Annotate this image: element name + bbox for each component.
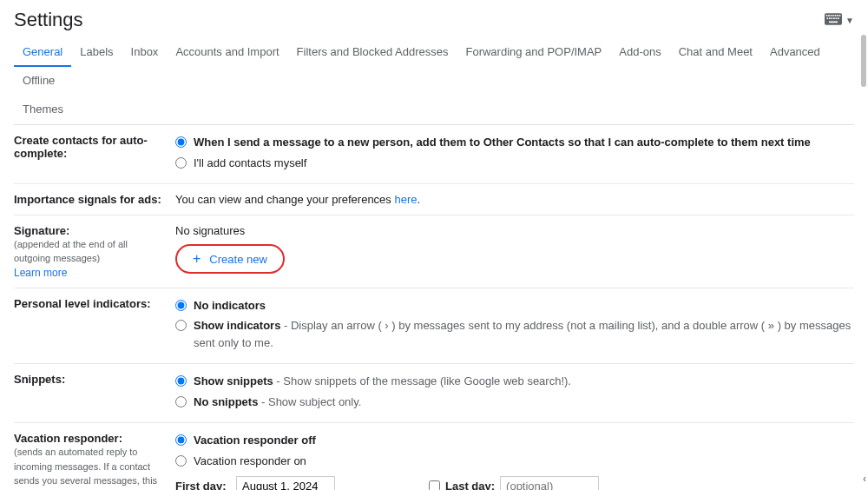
contacts-title: Create contacts for auto-complete: <box>14 134 148 160</box>
indicators-show-radio[interactable] <box>175 320 187 331</box>
signature-title: Signature: <box>14 224 69 237</box>
indicators-none-label: No indicators <box>194 297 266 315</box>
vacation-title: Vacation responder: <box>14 432 122 445</box>
tab-themes[interactable]: Themes <box>14 94 854 124</box>
ads-dot: . <box>418 193 421 206</box>
snippets-none-label: No snippets - Show subject only. <box>194 394 361 411</box>
snippets-show-label: Show snippets - Show snippets of the mes… <box>194 373 571 390</box>
tab-general[interactable]: General <box>14 38 71 67</box>
lastday-input[interactable] <box>500 476 599 490</box>
svg-rect-12 <box>836 17 838 19</box>
signature-status: No signatures <box>175 224 854 237</box>
ads-title: Importance signals for ads: <box>14 193 161 206</box>
snippets-none-radio[interactable] <box>175 396 187 407</box>
tab-labels[interactable]: Labels <box>71 38 122 67</box>
contacts-manual-label: I'll add contacts myself <box>194 155 306 172</box>
firstday-input[interactable] <box>236 476 335 490</box>
contacts-auto-label: When I send a message to a new person, a… <box>194 134 811 151</box>
lastday-checkbox[interactable] <box>429 480 440 490</box>
keyboard-icon <box>825 13 842 28</box>
create-signature-label: Create new <box>209 253 266 266</box>
svg-rect-6 <box>837 15 838 17</box>
svg-rect-8 <box>827 17 829 19</box>
indicators-show-label: Show indicators - Display an arrow ( › )… <box>194 317 854 351</box>
settings-tabs: General Labels Inbox Accounts and Import… <box>14 38 854 125</box>
ads-here-link[interactable]: here <box>394 193 417 206</box>
vacation-off-radio[interactable] <box>175 434 187 446</box>
page-title: Settings <box>14 9 83 31</box>
snippets-title: Snippets: <box>14 373 65 386</box>
tab-advanced[interactable]: Advanced <box>761 38 829 67</box>
scrollbar-thumb[interactable] <box>861 35 866 87</box>
vacation-sub: (sends an automated reply to incoming me… <box>14 447 166 490</box>
svg-rect-7 <box>839 15 841 17</box>
tab-inbox[interactable]: Inbox <box>122 38 168 67</box>
lastday-label: Last day: <box>445 480 495 490</box>
input-tools-menu[interactable]: ▼ <box>825 13 854 28</box>
signature-learn-link[interactable]: Learn more <box>14 267 67 279</box>
svg-rect-10 <box>832 17 833 19</box>
svg-rect-1 <box>826 15 828 17</box>
svg-rect-4 <box>832 15 834 17</box>
contacts-auto-radio[interactable] <box>175 136 187 148</box>
tab-offline[interactable]: Offline <box>14 67 63 94</box>
indicators-title: Personal level indicators: <box>14 297 151 310</box>
svg-rect-9 <box>829 17 831 19</box>
contacts-manual-radio[interactable] <box>175 157 187 169</box>
svg-rect-5 <box>835 15 837 17</box>
svg-rect-11 <box>833 17 835 19</box>
snippets-show-radio[interactable] <box>175 375 187 387</box>
tab-chat[interactable]: Chat and Meet <box>670 38 761 67</box>
svg-rect-13 <box>838 17 839 19</box>
signature-sub: (appended at the end of all outgoing mes… <box>14 239 128 263</box>
indicators-none-radio[interactable] <box>175 300 187 311</box>
svg-rect-3 <box>831 15 832 17</box>
ads-text: You can view and change your preferences <box>175 193 394 206</box>
tab-forwarding[interactable]: Forwarding and POP/IMAP <box>457 38 610 67</box>
dropdown-icon: ▼ <box>845 16 854 25</box>
vacation-on-label: Vacation responder on <box>194 453 306 470</box>
vacation-off-label: Vacation responder off <box>194 432 316 449</box>
tab-filters[interactable]: Filters and Blocked Addresses <box>288 38 457 67</box>
vacation-on-radio[interactable] <box>175 455 187 467</box>
plus-icon: + <box>193 251 201 267</box>
firstday-label: First day: <box>175 480 229 490</box>
scroll-arrow-icon[interactable]: ‹ <box>863 473 866 485</box>
svg-rect-2 <box>828 15 830 17</box>
tab-addons[interactable]: Add-ons <box>610 38 669 67</box>
svg-rect-14 <box>829 21 838 23</box>
create-signature-button[interactable]: + Create new <box>175 244 285 274</box>
tab-accounts[interactable]: Accounts and Import <box>167 38 287 67</box>
